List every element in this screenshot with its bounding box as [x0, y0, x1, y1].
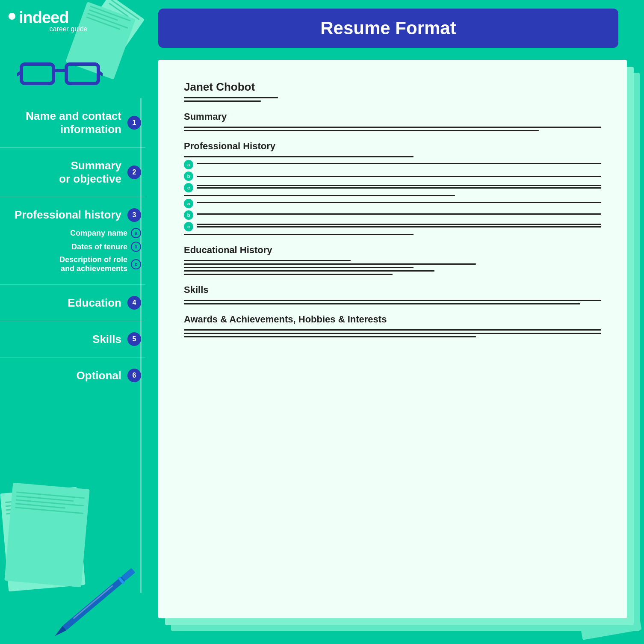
resume-bullet-c1: c — [184, 183, 193, 192]
resume-prof-entry2-c: c — [184, 222, 601, 231]
resume-section-professional: Professional History — [184, 141, 601, 152]
sidebar-label-6-main: Optional — [77, 369, 121, 382]
sidebar-label-1-sub: information — [26, 123, 121, 136]
resume-paper: Janet Chobot Summary Professional Histor… — [158, 60, 627, 618]
sidebar-label-1-main: Name and contact — [26, 109, 121, 123]
resume-edu-line-4 — [184, 270, 434, 272]
resume-prof-b2-line — [197, 213, 601, 215]
header-banner: Resume Format — [158, 9, 618, 48]
sidebar-item-4: Education 4 — [0, 285, 145, 321]
sidebar-badge-3: 3 — [127, 208, 141, 222]
sidebar-badge-2: 2 — [127, 165, 141, 179]
resume-prof-c1-line1 — [197, 185, 601, 186]
resume-summary-line-2 — [184, 130, 539, 131]
resume-edu-line-2 — [184, 263, 476, 265]
resume-prof-entry2-a: a — [184, 199, 601, 208]
sidebar-label-3-main: Professional history — [15, 208, 121, 222]
sidebar-badge-4: 4 — [127, 296, 141, 310]
resume-awards-line-1 — [184, 329, 601, 331]
resume-skills-line-2 — [184, 303, 580, 304]
sidebar-label-4-main: Education — [68, 296, 121, 310]
svg-rect-0 — [21, 64, 53, 83]
logo-brand: indeed — [19, 9, 68, 27]
logo: indeed — [9, 9, 128, 27]
resume-prof-c1-line2 — [197, 187, 601, 189]
sidebar-badge-1: 1 — [127, 116, 141, 130]
resume-prof-c2-line1 — [197, 224, 601, 225]
resume-bullet-a1: a — [184, 160, 193, 169]
resume-section-skills: Skills — [184, 284, 601, 295]
sidebar-sub-3c-badge: c — [131, 259, 141, 269]
sidebar-badge-5: 5 — [127, 332, 141, 346]
sidebar-item-6: Optional 6 — [0, 357, 145, 393]
resume-container: Janet Chobot Summary Professional Histor… — [158, 60, 627, 618]
sidebar-label-2-sub: or objective — [59, 172, 121, 186]
sidebar-item-2: Summary or objective 2 — [0, 148, 145, 197]
sidebar-item-5: Skills 5 — [0, 321, 145, 357]
resume-name-line-1 — [184, 97, 278, 98]
resume-prof-header-line — [184, 156, 414, 157]
resume-section-education: Educational History — [184, 245, 601, 256]
glasses-icon — [17, 56, 103, 92]
resume-edu-line-5 — [184, 274, 393, 275]
sidebar-label-5-main: Skills — [92, 333, 121, 346]
resume-prof-b1-line — [197, 176, 601, 177]
resume-summary-line-1 — [184, 127, 601, 128]
resume-prof-a2-line — [197, 202, 601, 203]
svg-rect-1 — [66, 64, 98, 83]
resume-bullet-b1: b — [184, 171, 193, 181]
sidebar-label-2-main: Summary — [59, 159, 121, 172]
sidebar-sub-3a-badge: a — [131, 228, 141, 238]
resume-bullet-c2: c — [184, 222, 193, 231]
resume-awards-line-3 — [184, 336, 476, 337]
resume-section-summary: Summary — [184, 111, 601, 122]
decorative-paper-bottom-front — [4, 483, 89, 588]
resume-edu-line-3 — [184, 267, 414, 268]
resume-prof-end-line — [184, 234, 414, 235]
resume-prof-a1-line — [197, 163, 601, 164]
resume-prof-c2-line2 — [197, 226, 601, 227]
resume-awards-line-2 — [184, 333, 601, 334]
logo-dot — [9, 13, 15, 20]
sidebar-badge-6: 6 — [127, 369, 141, 382]
resume-prof-entry1-c: c — [184, 183, 601, 192]
resume-edu-line-1 — [184, 260, 351, 261]
sidebar: Name and contact information 1 Summary o… — [0, 98, 145, 393]
resume-bullet-a2: a — [184, 199, 193, 208]
logo-area: indeed career guide — [9, 9, 128, 33]
sidebar-sub-3c-label: Description of roleand achievements — [59, 255, 127, 273]
resume-skills-line-1 — [184, 300, 601, 301]
resume-name: Janet Chobot — [184, 80, 601, 94]
resume-name-line-2 — [184, 100, 261, 102]
sidebar-item-3: Professional history 3 Company name a Da… — [0, 197, 145, 285]
sidebar-sub-3b-label: Dates of tenure — [71, 242, 127, 251]
resume-prof-entry1-a: a — [184, 160, 601, 169]
resume-bullet-b2: b — [184, 210, 193, 220]
page-title: Resume Format — [175, 18, 601, 38]
sidebar-item-1: Name and contact information 1 — [0, 98, 145, 148]
resume-prof-gap-line — [184, 195, 455, 196]
sidebar-sub-3a-label: Company name — [70, 229, 127, 238]
sidebar-sub-3b-badge: b — [131, 242, 141, 252]
resume-prof-entry1-b: b — [184, 171, 601, 181]
resume-section-awards: Awards & Achievements, Hobbies & Interes… — [184, 314, 601, 325]
resume-prof-entry2-b: b — [184, 210, 601, 220]
